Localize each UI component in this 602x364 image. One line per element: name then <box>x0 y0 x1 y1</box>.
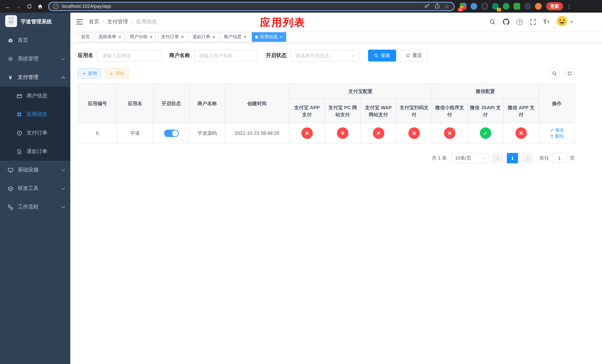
search-icon[interactable] <box>489 19 496 25</box>
address-bar[interactable]: localhost:1024/pay/app <box>48 2 455 11</box>
url-text[interactable]: localhost:1024/pay/app <box>62 4 111 9</box>
reload-icon[interactable] <box>24 1 34 11</box>
edit-button-label: 修改 <box>555 127 564 133</box>
close-icon[interactable] <box>150 34 152 39</box>
prev-page-button[interactable] <box>492 153 503 163</box>
extension-icon[interactable] <box>514 3 520 10</box>
site-info-icon[interactable] <box>53 4 58 9</box>
sidebar-item-system[interactable]: 系统管理 <box>0 50 70 68</box>
help-icon[interactable] <box>516 19 523 25</box>
status-select-input[interactable] <box>291 50 359 62</box>
dashboard-icon <box>7 38 13 43</box>
status-select[interactable] <box>291 50 359 62</box>
col-header-wechat-mini: 微信小程序支付 <box>432 99 467 123</box>
cell-operation: 修改 删除 <box>539 123 575 143</box>
card-icon <box>16 93 22 99</box>
close-icon[interactable] <box>244 34 247 39</box>
extension-icon[interactable] <box>503 3 509 10</box>
browser-menu-icon[interactable] <box>567 3 572 9</box>
back-icon[interactable]: ← <box>3 1 13 11</box>
goto-label: 前往 <box>539 155 549 161</box>
sidebar-item-infra[interactable]: 基础设施 <box>0 161 70 179</box>
tab-refund-orders[interactable]: 退款订单 <box>189 32 219 42</box>
sidebar-item-refund-orders[interactable]: 退款订单 <box>0 142 70 161</box>
tab-user-group[interactable]: 用户分组 <box>127 32 156 42</box>
search-button[interactable]: 搜索 <box>368 50 396 62</box>
grid-icon <box>16 112 22 117</box>
close-icon[interactable] <box>118 34 121 39</box>
extension-icon[interactable] <box>481 3 488 10</box>
hamburger-icon[interactable] <box>76 19 83 25</box>
config-status-icon <box>480 127 491 139</box>
close-icon[interactable] <box>280 34 283 39</box>
goto-page-input[interactable] <box>552 153 567 163</box>
sidebar-item-workflow[interactable]: 工作流程 <box>0 198 70 216</box>
toggle-search-button[interactable] <box>549 68 559 78</box>
tab-label: 流程表单 <box>98 34 116 40</box>
chevron-down-icon <box>61 186 65 190</box>
extension-icon[interactable] <box>471 3 477 10</box>
config-status-icon <box>301 127 313 139</box>
delete-button[interactable]: 删除 <box>550 133 564 139</box>
merchant-name-input[interactable] <box>194 50 257 62</box>
app-name-label: 应用名 <box>78 52 93 59</box>
sidebar-item-pay-orders[interactable]: 支付订单 <box>0 124 70 142</box>
app-name-input[interactable] <box>97 50 160 62</box>
cell-alipay-pc <box>325 123 360 143</box>
extension-icon[interactable] <box>535 3 542 10</box>
refresh-button[interactable] <box>564 68 575 78</box>
export-button[interactable]: 导出 <box>105 68 129 78</box>
document-icon <box>16 149 22 154</box>
forward-icon[interactable]: → <box>14 1 23 11</box>
cell-created: 2021-10-23 08:49:25 <box>225 123 289 143</box>
breadcrumb-home[interactable]: 首页 <box>89 19 99 25</box>
app-title: 芋道管理系统 <box>21 19 52 25</box>
close-icon[interactable] <box>181 34 184 39</box>
home-icon[interactable] <box>35 1 45 11</box>
add-button[interactable]: 新增 <box>78 68 101 78</box>
chrome-update-button[interactable]: 更新 <box>546 2 563 10</box>
breadcrumb-current: 应用信息 <box>136 19 157 25</box>
extension-icon[interactable] <box>524 3 531 10</box>
cell-merchant: 芋道源码 <box>189 123 225 143</box>
sidebar-item-dev-tools[interactable]: 研发工具 <box>0 179 70 198</box>
tab-merchant-info[interactable]: 商户信息 <box>220 32 250 42</box>
next-page-button[interactable] <box>522 153 533 163</box>
font-size-icon[interactable] <box>543 19 549 25</box>
sidebar-item-app-info[interactable]: 应用信息 <box>0 105 70 124</box>
status-toggle[interactable] <box>164 129 179 137</box>
col-header-app-id: 应用编号 <box>78 84 117 123</box>
breadcrumb-payment[interactable]: 支付管理 <box>107 19 128 25</box>
sidebar-item-label: 退款订单 <box>27 148 47 155</box>
sidebar-item-home[interactable]: 首页 <box>0 31 70 50</box>
extension-icon[interactable]: 1 <box>492 3 499 10</box>
extensions-icon[interactable]: 10 <box>460 3 466 10</box>
fullscreen-icon[interactable] <box>530 19 536 25</box>
update-label: 更新 <box>550 3 559 10</box>
browser-toolbar: ← → localhost:1024/pay/app 10 <box>0 0 602 13</box>
edit-button[interactable]: 修改 <box>550 127 564 133</box>
sidebar-item-merchant-info[interactable]: 商户信息 <box>0 87 70 105</box>
tab-app-info[interactable]: 应用信息 <box>252 32 286 42</box>
page-size-select[interactable]: 10条/页 <box>451 153 488 163</box>
col-header-operation: 操作 <box>539 84 575 123</box>
apps-table: 应用编号 应用名 开启状态 商户名称 创建时间 支付宝配置 微信配置 操作 支付… <box>78 84 575 143</box>
user-menu[interactable] <box>557 16 573 28</box>
page-number-button[interactable]: 1 <box>507 153 518 163</box>
bookmark-star-icon[interactable] <box>444 3 450 10</box>
share-icon[interactable] <box>434 3 440 10</box>
tab-flow-form[interactable]: 流程表单 <box>95 32 125 42</box>
sidebar-item-label: 支付订单 <box>27 130 47 136</box>
github-icon[interactable] <box>503 19 509 25</box>
chevron-up-icon <box>61 76 65 80</box>
password-key-icon[interactable] <box>424 3 430 10</box>
close-icon[interactable] <box>213 34 215 39</box>
chevron-left-icon <box>496 156 500 160</box>
col-header-app-name: 应用名 <box>117 84 153 123</box>
reset-button[interactable]: 重置 <box>400 50 428 62</box>
sidebar-item-payment[interactable]: ¥ 支付管理 <box>0 68 70 87</box>
tab-home[interactable]: 首页 <box>78 32 93 42</box>
tab-pay-orders[interactable]: 支付订单 <box>158 32 187 42</box>
table-row: 6 芋道 芋道源码 2021-10-23 08:49:25 <box>78 123 575 143</box>
app-logo[interactable]: 芋道管理系统 <box>0 13 70 31</box>
